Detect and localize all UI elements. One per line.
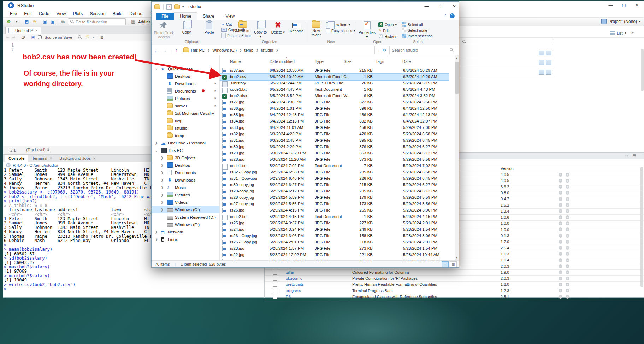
forward-icon[interactable]: ⇨ <box>12 35 15 40</box>
workspace-panes-icon[interactable]: ▦ <box>130 19 136 24</box>
sidebar-item-network[interactable]: ❯⬒Network <box>152 228 219 236</box>
remove-package-icon[interactable]: x <box>566 240 569 244</box>
column-header-tags[interactable]: Tags <box>376 59 384 64</box>
file-row[interactable]: rs32.jpg6/3/2024 4:23 PMJPG File420 KB5/… <box>220 131 449 137</box>
tab-background-jobs[interactable]: Background Jobs✕ <box>56 155 99 162</box>
sidebar-item-linux[interactable]: ❯Linux <box>152 236 219 243</box>
back-icon[interactable]: ⇦ <box>6 35 9 40</box>
customize-toolbar-icon[interactable]: ▾ <box>182 5 184 8</box>
file-row[interactable]: rs23.jpg5/28/2024 1:57 PMJPG File273 KB5… <box>220 245 449 252</box>
packages-scrollbar[interactable] <box>640 167 643 287</box>
new-folder-button[interactable]: New folder <box>308 21 324 41</box>
package-name-link[interactable]: pillar <box>286 270 294 274</box>
minimize-icon[interactable]: — <box>425 4 429 9</box>
file-row[interactable]: Xbob2.csv6/6/2024 10:29 AMMicrosoft Exce… <box>220 74 449 80</box>
sidebar-item-temp[interactable]: temp <box>152 132 219 139</box>
view-data-icon[interactable] <box>546 51 551 55</box>
remove-package-icon[interactable]: x <box>566 203 569 207</box>
package-checkbox[interactable] <box>273 277 277 281</box>
file-row[interactable]: rs28.jpg5/30/2024 11:26 AMJPG File373 KB… <box>220 156 449 163</box>
popout-icon[interactable]: 🗗 <box>21 35 25 40</box>
back-icon[interactable]: ← <box>154 47 159 53</box>
remove-package-icon[interactable]: x <box>566 197 569 201</box>
help-icon[interactable]: ? <box>450 13 455 18</box>
file-row[interactable]: rs29-copy.jpg5/29/2024 6:12 PMJPG File20… <box>220 188 449 195</box>
scroll-down-icon[interactable]: ▼ <box>455 256 458 259</box>
breadcrumb-segment[interactable]: temp <box>244 48 254 52</box>
paste-button[interactable]: Paste <box>199 21 219 41</box>
addins-menu[interactable]: Addins <box>138 20 150 24</box>
sidebar-item-pictures[interactable]: Pictures✦ <box>152 95 219 102</box>
file-row[interactable]: rs26 - Copy.jpg5/28/2024 3:06 PMJPG File… <box>220 233 449 239</box>
print-icon[interactable]: 🖶 <box>60 19 66 24</box>
close-icon[interactable]: ✕ <box>635 3 639 8</box>
file-row[interactable]: rs25 - Copy.jpg5/28/2024 2:01 PMJPG File… <box>220 239 449 245</box>
scope-selector[interactable]: (Top Level) ⇕ <box>26 148 50 152</box>
file-row[interactable]: rs25.jpg5/28/2024 3:37 PMJPG File227 KB5… <box>220 220 449 226</box>
source-on-save-checkbox[interactable] <box>38 35 42 39</box>
package-row[interactable]: pkgconfigPrivate Configuration for 'R' P… <box>265 275 644 282</box>
column-header-size[interactable]: Size <box>344 59 351 64</box>
file-row[interactable]: rs31.jpg6/3/2024 2:45 PMJPG File395 KB5/… <box>220 137 449 144</box>
tab-console[interactable]: Console <box>5 154 28 162</box>
menu-plots[interactable]: Plots <box>70 11 86 17</box>
package-name-link[interactable]: progress <box>286 289 301 293</box>
file-row[interactable]: rs24.jpg5/28/2024 3:24 PMJPG File249 KB5… <box>220 226 449 233</box>
file-row[interactable]: rs27-copy.jpg5/29/2024 5:56 PMJPG File17… <box>220 201 449 207</box>
browse-package-icon[interactable]: ◦ <box>559 246 562 250</box>
chevron-right-icon[interactable]: ❯ <box>161 171 164 174</box>
browse-package-icon[interactable]: ◦ <box>559 215 562 219</box>
sidebar-item-downloads[interactable]: ❯⬇Downloads <box>152 176 219 184</box>
new-item-button[interactable]: New item ▾ <box>326 22 355 27</box>
project-selector[interactable]: Project: (None) ▾ <box>601 19 640 24</box>
view-data-icon[interactable] <box>539 70 544 75</box>
remove-package-icon[interactable]: x <box>566 215 569 219</box>
remove-package-icon[interactable]: x <box>566 191 569 195</box>
sidebar-item-system-reserved-d-[interactable]: System Reserved (D:) <box>152 213 219 221</box>
sidebar-item-desktop[interactable]: ❯Desktop <box>152 161 219 169</box>
file-row[interactable]: rs26.jpg5/29/2024 4:15 PMJPG File265 KB5… <box>220 207 449 214</box>
collapse-ribbon-icon[interactable]: ⌃ <box>444 14 447 18</box>
remove-package-icon[interactable]: x <box>566 179 569 183</box>
remove-package-icon[interactable]: x <box>566 270 569 274</box>
browse-package-icon[interactable]: ◦ <box>559 173 562 177</box>
maximize-icon[interactable]: ▢ <box>622 3 626 8</box>
copy-button[interactable]: Copy <box>176 21 197 41</box>
chevron-down-icon[interactable]: ⌄ <box>155 149 158 152</box>
edit-button[interactable]: ✎Edit <box>378 28 397 33</box>
chevron-right-icon[interactable]: ❯ <box>161 164 164 167</box>
code-tools-icon[interactable]: 🪄 <box>85 35 90 40</box>
sidebar-item-onedrive-personal[interactable]: ❯☁OneDrive - Personal <box>152 139 219 147</box>
select-none-button[interactable]: Select none <box>402 28 433 32</box>
ribbon-tab-home[interactable]: Home <box>174 12 197 20</box>
browse-package-icon[interactable]: ◦ <box>559 203 562 207</box>
scroll-up-icon[interactable]: ▲ <box>455 57 458 60</box>
remove-package-icon[interactable]: x <box>566 252 569 256</box>
quick-access-check-icon[interactable]: ✓ <box>166 4 172 10</box>
file-row[interactable]: rs30-copy.jpg5/29/2024 6:27 PMJPG File21… <box>220 182 449 188</box>
file-row[interactable]: rs35.jpg6/4/2024 12:43 PMJPG File436 KB6… <box>220 112 449 118</box>
remove-package-icon[interactable]: x <box>566 289 569 292</box>
open-file-icon[interactable]: 🗁 <box>32 19 37 24</box>
package-row[interactable]: R6Encapsulated Classes with Reference Se… <box>265 294 644 300</box>
environment-object-row[interactable] <box>459 58 554 67</box>
breadcrumb-segment[interactable]: This PC <box>190 48 205 52</box>
package-name-link[interactable]: R6 <box>286 295 291 299</box>
browse-package-icon[interactable]: ◦ <box>559 185 562 189</box>
file-row[interactable]: code2.txt5/29/2024 4:15 PMText Document1… <box>220 214 449 220</box>
package-name-link[interactable]: prettyunits <box>286 282 304 286</box>
package-row[interactable]: prettyunitsPretty, Human Readable Format… <box>265 281 644 288</box>
file-row[interactable]: .Rhistory6/5/2024 5:44 PMRHISTORY File26… <box>220 80 449 87</box>
sidebar-item-documents[interactable]: Documents✦ <box>152 87 219 95</box>
column-header-name[interactable]: Name <box>230 59 241 64</box>
remove-package-icon[interactable]: x <box>566 209 569 213</box>
menu-edit[interactable]: Edit <box>21 11 35 17</box>
breadcrumb-segment[interactable]: Windows (C:) <box>212 48 237 52</box>
file-row[interactable]: code1.txt5/29/2024 7:02 PMText Document7… <box>220 163 449 169</box>
sidebar-item-desktop[interactable]: Desktop✦ <box>152 72 219 80</box>
close-icon[interactable]: ✕ <box>453 4 456 9</box>
scrollbar-thumb[interactable] <box>455 62 459 94</box>
browse-package-icon[interactable]: ◦ <box>559 277 562 280</box>
menu-file[interactable]: File <box>7 11 20 17</box>
menu-view[interactable]: View <box>53 11 69 17</box>
